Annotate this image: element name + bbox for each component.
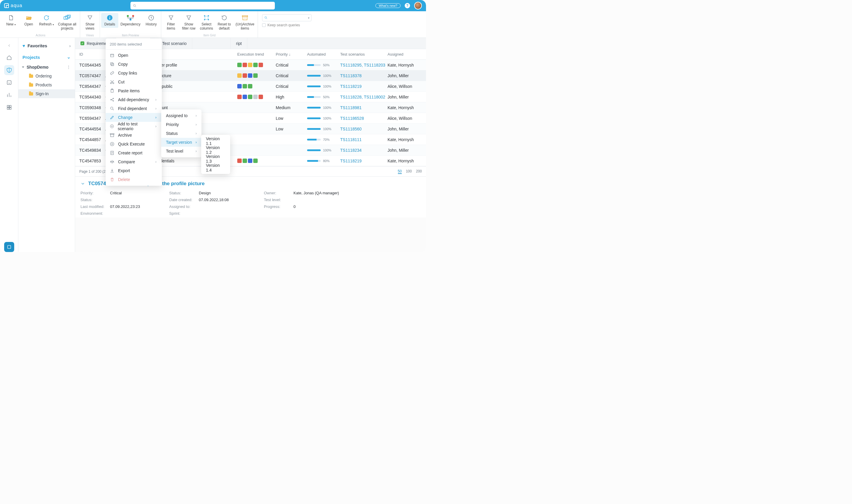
more-icon[interactable]: ⋮ <box>67 65 71 70</box>
cell-scenarios[interactable]: TS1118981 <box>340 105 387 110</box>
dependency-button[interactable]: Dependency <box>119 13 142 28</box>
page-size-200[interactable]: 200 <box>416 169 422 174</box>
change-test-level[interactable]: Test level› <box>161 147 201 156</box>
cell-id: TC0590348 <box>75 105 105 110</box>
cell-automated: 100% <box>307 116 340 120</box>
keep-search-checkbox[interactable]: Keep search queries <box>262 23 300 27</box>
tab-other2[interactable]: ript <box>231 38 247 49</box>
cell-automated: 70% <box>307 138 340 141</box>
whats-new-button[interactable]: What's new? <box>376 3 401 8</box>
nav-home[interactable] <box>4 53 14 63</box>
col-automated[interactable]: Automated <box>307 52 340 56</box>
tab-other1[interactable] <box>192 38 231 49</box>
version-option[interactable]: Version 1.2 <box>201 145 230 155</box>
change-priority[interactable]: Priority› <box>161 120 201 129</box>
menu-export[interactable]: Export <box>106 166 162 175</box>
menu-quick[interactable]: Quick Execute <box>106 140 162 148</box>
cell-automated: 80% <box>307 159 340 163</box>
version-option[interactable]: Version 1.4 <box>201 163 230 172</box>
svg-rect-13 <box>208 15 209 17</box>
cell-scenarios[interactable]: TS1118111 <box>340 137 387 142</box>
col-assigned[interactable]: Assigned <box>387 52 426 56</box>
menu-adddep[interactable]: Add dependency› <box>106 95 162 104</box>
cell-scenarios[interactable]: TS1118228, TS1118002 <box>340 95 387 100</box>
grid-search-input[interactable]: ▾ <box>262 14 311 21</box>
cell-id: TC8544347 <box>75 84 105 89</box>
folder-signin[interactable]: Sign-In <box>18 89 75 98</box>
detail-datecreated-value: 07.09.2022,18:08 <box>199 198 264 202</box>
menu-cut[interactable]: Cut <box>106 77 162 86</box>
menu-delete[interactable]: Delete <box>106 175 162 184</box>
menu-copy[interactable]: Copy <box>106 60 162 69</box>
filter-items-button[interactable]: Filter items <box>162 13 180 32</box>
menu-archive[interactable]: Archive <box>106 131 162 140</box>
menu-report[interactable]: Create report <box>106 148 162 157</box>
detail-priority-value: Critical <box>110 191 169 195</box>
col-priority[interactable]: Priority ↓ <box>276 52 307 56</box>
cell-scenarios[interactable]: TS11186528 <box>340 116 387 121</box>
detail-owner-value: Kate, Jonas (QA manager) <box>293 191 359 195</box>
folder-ordering[interactable]: Ordering <box>18 72 75 80</box>
menu-paste[interactable]: Paste items <box>106 86 162 95</box>
ribbon-group-actions-label: Actions <box>2 34 79 37</box>
collapse-all-button[interactable]: Collapse all projects <box>56 13 79 32</box>
reset-default-button[interactable]: Reset to default <box>216 13 233 32</box>
history-button[interactable]: History <box>143 13 160 28</box>
menu-change[interactable]: Change› <box>106 113 162 122</box>
archive-button[interactable]: (Un)Archive items <box>233 13 256 32</box>
nav-projects[interactable] <box>4 65 14 75</box>
col-id[interactable]: ID <box>75 52 105 56</box>
project-sidebar: ♥ Favorites › Projects⌄ ShopDemo ⋮ Order… <box>18 38 75 252</box>
detail-status-label: Status: <box>169 191 199 195</box>
nav-reports[interactable] <box>4 90 14 100</box>
projects-header[interactable]: Projects⌄ <box>18 52 75 63</box>
page-size-100[interactable]: 100 <box>406 169 412 174</box>
col-trend[interactable]: Execution trend <box>237 52 276 56</box>
select-columns-button[interactable]: Select columns <box>198 13 215 32</box>
details-button[interactable]: Details <box>101 13 118 28</box>
menu-finddep[interactable]: Find dependent› <box>106 104 162 113</box>
detail-env-label: Environment: <box>80 211 110 216</box>
help-button[interactable]: ? <box>405 3 410 8</box>
user-avatar[interactable] <box>414 2 422 10</box>
cell-scenarios[interactable]: TS1118378 <box>340 73 387 78</box>
cell-automated: 100% <box>307 74 340 77</box>
nav-apps[interactable] <box>4 102 14 112</box>
cell-scenarios[interactable]: TS1118560 <box>340 127 387 131</box>
menu-addscen[interactable]: Add to test scenario› <box>106 122 162 131</box>
menu-copylinks[interactable]: Copy links <box>106 69 162 77</box>
change-target-version[interactable]: Target version› <box>161 138 201 147</box>
folder-products[interactable]: Products <box>18 80 75 89</box>
cell-scenarios[interactable]: TS1118234 <box>340 148 387 152</box>
version-option[interactable]: Version 1.1 <box>201 137 230 145</box>
collapse-sidebar-button[interactable] <box>7 41 11 50</box>
favorites-section[interactable]: ♥ Favorites › <box>18 40 75 52</box>
menu-compare[interactable]: Compare› <box>106 157 162 166</box>
col-scenarios[interactable]: Test scenarios <box>340 52 387 56</box>
context-menu: 200 items selected OpenCopyCopy linksCut… <box>106 38 162 186</box>
cell-scenarios[interactable]: TS1118219 <box>340 84 387 89</box>
svg-rect-23 <box>9 105 11 107</box>
svg-rect-2 <box>66 16 69 19</box>
ribbon-group-preview-label: Item Preview <box>101 34 160 37</box>
page-size-50[interactable]: 50 <box>398 169 402 174</box>
refresh-button[interactable]: Refresh ▾ <box>38 13 55 32</box>
version-option[interactable]: Version 1.3 <box>201 155 230 163</box>
nav-tests[interactable] <box>4 77 14 88</box>
cell-automated: 100% <box>307 106 340 109</box>
cell-scenarios[interactable]: TS1118295, TS1118203 <box>340 63 387 68</box>
cell-scenarios[interactable]: TS1118219 <box>340 159 387 163</box>
ribbon-group-views-label: Views <box>81 34 98 37</box>
change-assigned-to[interactable]: Assigned to› <box>161 111 201 120</box>
show-filter-row-button[interactable]: Show filter row <box>180 13 197 32</box>
cell-automated: 100% <box>307 127 340 131</box>
project-node-shopdemo[interactable]: ShopDemo ⋮ <box>18 63 75 72</box>
open-button[interactable]: Open <box>20 13 37 32</box>
change-status[interactable]: Status› <box>161 129 201 138</box>
chevron-right-icon: › <box>69 43 71 48</box>
global-search[interactable] <box>130 2 275 10</box>
show-views-button[interactable]: Show views <box>81 13 98 32</box>
new-button[interactable]: New ▾ <box>2 13 19 32</box>
menu-open[interactable]: Open <box>106 51 162 60</box>
svg-rect-11 <box>205 16 208 19</box>
